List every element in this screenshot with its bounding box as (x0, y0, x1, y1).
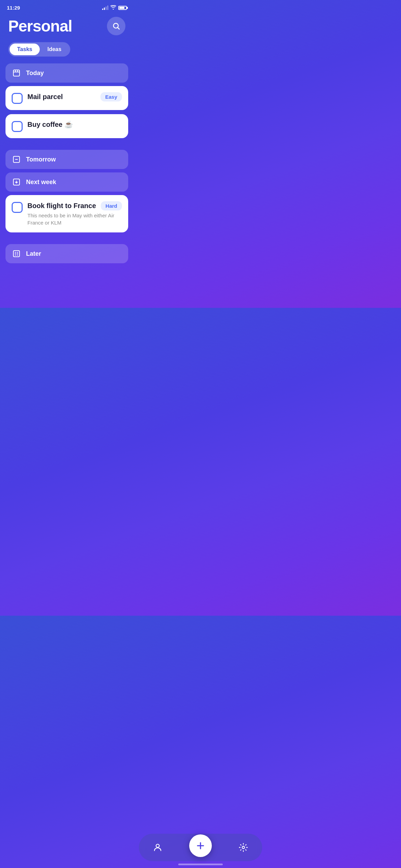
task-checkbox-mail-parcel[interactable] (12, 93, 23, 104)
task-title-buy-coffee: Buy coffee ☕ (27, 120, 73, 129)
spacer-1 (5, 142, 128, 147)
svg-rect-2 (13, 70, 20, 76)
later-label: Later (26, 250, 41, 257)
content: Today Mail parcel Easy Buy coffee ☕ To (0, 63, 134, 308)
spacer-2 (5, 237, 128, 241)
tomorrow-icon (12, 155, 21, 164)
badge-hard-book-flight: Hard (101, 201, 122, 210)
next-week-icon (12, 177, 21, 187)
svg-rect-10 (13, 251, 20, 257)
header: Personal (0, 13, 134, 42)
status-icons (102, 5, 127, 11)
section-tomorrow[interactable]: Tomorrow (5, 150, 128, 169)
later-icon (12, 249, 21, 258)
section-next-week[interactable]: Next week (5, 172, 128, 192)
svg-line-1 (118, 28, 120, 29)
next-week-label: Next week (26, 179, 56, 186)
tabs-container: Tasks Ideas (0, 42, 134, 63)
today-label: Today (26, 70, 44, 77)
section-later[interactable]: Later (5, 244, 128, 263)
bottom-spacer (5, 267, 128, 308)
task-checkbox-book-flight[interactable] (12, 202, 23, 213)
status-time: 11:29 (7, 5, 20, 11)
task-book-flight: Book flight to France Hard This needs to… (5, 195, 128, 232)
tab-ideas[interactable]: Ideas (40, 44, 69, 55)
wifi-icon (110, 5, 116, 11)
today-icon (12, 68, 21, 78)
tab-tasks[interactable]: Tasks (10, 44, 40, 55)
tomorrow-label: Tomorrow (26, 156, 56, 163)
page-title: Personal (8, 17, 72, 35)
status-bar: 11:29 (0, 0, 134, 13)
battery-icon (118, 6, 127, 10)
tabs: Tasks Ideas (8, 42, 70, 57)
badge-easy-mail-parcel: Easy (100, 92, 122, 101)
task-mail-parcel: Mail parcel Easy (5, 86, 128, 110)
signal-icon (102, 6, 108, 10)
section-today[interactable]: Today (5, 63, 128, 83)
task-title-mail-parcel: Mail parcel (27, 93, 63, 101)
task-checkbox-buy-coffee[interactable] (12, 121, 23, 132)
task-title-book-flight: Book flight to France (27, 202, 96, 210)
search-button[interactable] (107, 17, 125, 35)
search-icon (112, 22, 120, 30)
task-description-book-flight: This needs to be in May with either Air … (27, 212, 122, 226)
task-buy-coffee: Buy coffee ☕ (5, 114, 128, 138)
